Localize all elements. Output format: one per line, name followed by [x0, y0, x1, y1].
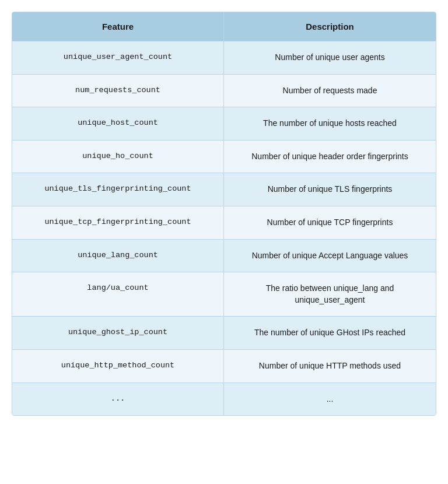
table-row: lang/ua_countThe ratio between unique_la… [12, 272, 436, 316]
description-cell: Number of unique TCP fingerprints [224, 206, 436, 239]
description-cell: The number of unique GHost IPs reached [224, 317, 436, 349]
description-cell: Number of unique HTTP methods used [224, 350, 436, 383]
feature-description-table: Feature Description unique_user_agent_co… [12, 12, 436, 416]
table-row: unique_lang_countNumber of unique Accept… [12, 239, 436, 272]
table-header: Feature Description [12, 12, 436, 41]
description-cell: The number of unique hosts reached [224, 107, 436, 140]
table-row: ...... [12, 383, 436, 416]
description-cell: The ratio between unique_lang and unique… [224, 272, 436, 316]
table-row: unique_host_countThe number of unique ho… [12, 107, 436, 140]
feature-cell: unique_user_agent_count [12, 41, 224, 74]
table-body: unique_user_agent_countNumber of unique … [12, 41, 436, 415]
table-row: unique_tls_fingerprinting_countNumber of… [12, 173, 436, 206]
feature-cell: num_requests_count [12, 75, 224, 107]
description-cell: Number of requests made [224, 75, 436, 107]
table-row: unique_ho_countNumber of unique header o… [12, 140, 436, 173]
table-row: num_requests_countNumber of requests mad… [12, 74, 436, 107]
feature-cell: unique_ghost_ip_count [12, 317, 224, 349]
feature-cell: unique_tls_fingerprinting_count [12, 173, 224, 206]
description-header: Description [224, 12, 436, 41]
feature-cell: unique_tcp_fingerprinting_count [12, 206, 224, 239]
feature-header: Feature [12, 12, 224, 41]
feature-cell: unique_host_count [12, 107, 224, 140]
table-row: unique_user_agent_countNumber of unique … [12, 41, 436, 74]
feature-cell: unique_ho_count [12, 141, 224, 173]
description-cell: Number of unique Accept Language values [224, 240, 436, 272]
feature-cell: unique_http_method_count [12, 350, 224, 383]
description-cell: Number of unique TLS fingerprints [224, 173, 436, 206]
table-row: unique_ghost_ip_countThe number of uniqu… [12, 316, 436, 349]
feature-cell: unique_lang_count [12, 240, 224, 272]
description-cell: Number of unique header order fingerprin… [224, 141, 436, 173]
description-cell: ... [224, 383, 436, 416]
feature-cell: ... [12, 383, 224, 416]
table-row: unique_http_method_countNumber of unique… [12, 349, 436, 383]
feature-cell: lang/ua_count [12, 272, 224, 316]
description-cell: Number of unique user agents [224, 41, 436, 74]
table-row: unique_tcp_fingerprinting_countNumber of… [12, 206, 436, 239]
